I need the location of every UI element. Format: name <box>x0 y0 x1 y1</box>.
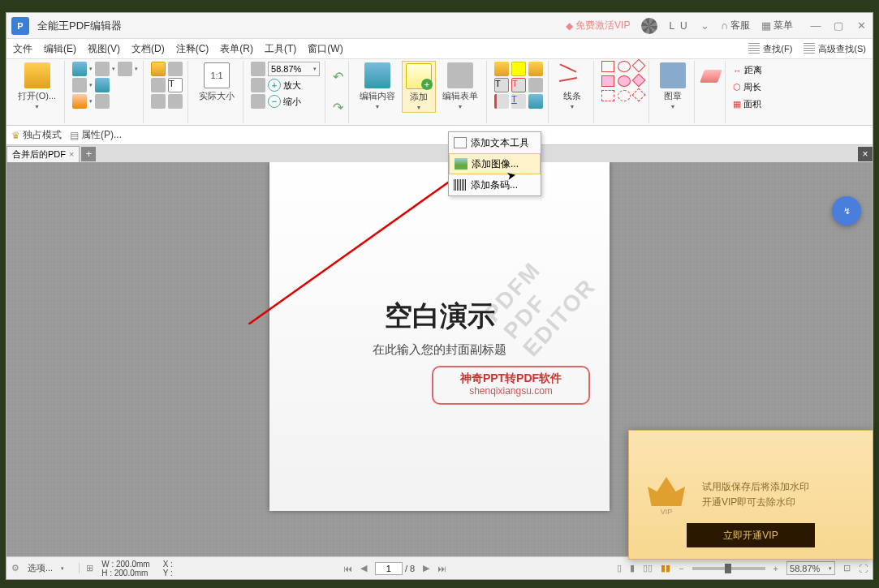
fit-h-icon[interactable] <box>251 94 265 109</box>
callout-icon[interactable] <box>494 94 509 109</box>
area-button[interactable]: ▦面积 <box>733 98 762 110</box>
menu-file[interactable]: 文件 <box>13 42 32 56</box>
find-button[interactable]: 查找(F) <box>748 43 792 55</box>
menu-form[interactable]: 表单(R) <box>220 42 253 56</box>
underline-icon[interactable]: T <box>511 94 526 109</box>
export-icon[interactable] <box>95 94 110 109</box>
menu-button[interactable]: ▦ 菜单 <box>761 19 793 32</box>
crop-icon[interactable]: ⊞ <box>79 563 93 573</box>
dd-add-image[interactable]: 添加图像... <box>449 153 541 174</box>
rect-icon[interactable] <box>601 61 614 72</box>
undo-icon[interactable] <box>118 62 132 76</box>
cloud3-icon[interactable] <box>632 88 646 102</box>
polygon-fill-icon[interactable] <box>632 74 646 88</box>
last-page-icon[interactable]: ⏭ <box>437 564 446 573</box>
next-page-icon[interactable]: ▶ <box>423 563 429 573</box>
actual-size-button[interactable]: 1:1 实际大小 <box>196 61 238 104</box>
highlight-icon[interactable] <box>511 62 526 76</box>
tab-close-icon[interactable]: × <box>69 149 74 159</box>
menu-edit[interactable]: 编辑(E) <box>44 42 76 56</box>
menu-view[interactable]: 视图(V) <box>88 42 120 56</box>
menu-doc[interactable]: 文档(D) <box>131 42 165 56</box>
fullscreen-icon[interactable]: ⛶ <box>859 564 868 573</box>
zoom-in-icon[interactable]: + <box>268 79 281 92</box>
cloud-icon[interactable] <box>601 90 614 101</box>
layout-double-icon[interactable]: ▯▯ <box>643 563 653 573</box>
oval-icon[interactable] <box>618 61 631 72</box>
stamp-button[interactable]: 图章▼ <box>657 61 689 111</box>
menu-window[interactable]: 窗口(W) <box>308 42 343 56</box>
tabs-close-button[interactable]: × <box>858 147 873 161</box>
exclusive-mode-button[interactable]: ♛ 独占模式 <box>11 128 62 142</box>
support-button[interactable]: ∩ 客服 <box>721 19 750 32</box>
first-page-icon[interactable]: ⏮ <box>343 564 352 573</box>
zoom-input[interactable]: 58.87%▾ <box>268 62 320 76</box>
page-input[interactable] <box>375 562 403 575</box>
eraser-icon[interactable] <box>700 70 722 83</box>
textbox-icon[interactable]: T <box>494 78 509 92</box>
hand-icon[interactable] <box>151 62 166 76</box>
new-icon[interactable] <box>95 62 110 76</box>
menu-note[interactable]: 注释(C) <box>176 42 209 56</box>
dd-add-barcode[interactable]: 添加条码... <box>449 174 541 195</box>
zoom-out-status-icon[interactable]: − <box>679 564 683 573</box>
rotate-left-icon[interactable]: ↶ <box>333 69 343 84</box>
edit-form-button[interactable]: 编辑表单▼ <box>439 61 481 111</box>
float-badge-button[interactable]: ↯ <box>832 196 861 225</box>
user-name[interactable]: L U <box>669 20 688 32</box>
polygon-icon[interactable] <box>632 59 646 73</box>
stamp-icon[interactable] <box>528 62 543 76</box>
sound-icon[interactable] <box>528 94 543 109</box>
close-button[interactable]: ✕ <box>855 19 868 32</box>
add-tab-button[interactable]: + <box>81 147 96 161</box>
tool-b-icon[interactable] <box>168 94 183 109</box>
avatar-icon[interactable] <box>641 18 657 34</box>
vip-upgrade-button[interactable]: 立即开通VIP <box>687 523 815 547</box>
add-button[interactable]: + 添加▼ <box>402 61 436 113</box>
mail-icon[interactable] <box>72 94 87 109</box>
tool-a-icon[interactable] <box>151 94 166 109</box>
prev-page-icon[interactable]: ◀ <box>360 563 367 573</box>
camera-icon[interactable] <box>168 62 183 76</box>
gear-icon[interactable]: ⚙ <box>11 563 19 573</box>
cloud2-icon[interactable] <box>618 90 631 101</box>
layout-single-icon[interactable]: ▯ <box>617 563 622 573</box>
tab-merged-pdf[interactable]: 合并后的PDF × <box>6 146 80 162</box>
options-button[interactable]: 选项... <box>28 562 53 574</box>
maximize-button[interactable]: ▢ <box>832 19 845 32</box>
edit-content-button[interactable]: 编辑内容▼ <box>356 61 399 111</box>
layout-book-icon[interactable]: ▮▮ <box>661 563 670 573</box>
strike-icon[interactable]: T <box>511 78 526 92</box>
pdf-page[interactable]: PDFM PDF EDITOR 空白演示 在此输入您的封面副标题 神奇PPT转P… <box>269 162 610 511</box>
print-icon[interactable] <box>72 78 87 92</box>
fit-status-icon[interactable]: ⊡ <box>843 563 851 573</box>
minimize-button[interactable]: — <box>809 19 822 32</box>
user-dropdown-icon[interactable]: ⌄ <box>700 19 709 32</box>
attach-icon[interactable] <box>528 78 543 92</box>
perimeter-button[interactable]: ⬡周长 <box>733 81 762 93</box>
zoom-thumb[interactable] <box>725 564 731 573</box>
open-button[interactable]: 打开(O)... ▼ <box>15 61 59 111</box>
adv-find-button[interactable]: 高级查找(S) <box>804 43 866 55</box>
note-icon[interactable] <box>494 62 509 76</box>
menu-tool[interactable]: 工具(T) <box>265 42 296 56</box>
vip-activate-link[interactable]: ◆ 免费激活VIP <box>566 19 630 32</box>
rect-fill-icon[interactable] <box>601 75 614 87</box>
layout-cont-icon[interactable]: ▮ <box>630 563 635 573</box>
distance-button[interactable]: ↔距离 <box>733 64 762 76</box>
save-icon[interactable] <box>72 62 87 76</box>
select-icon[interactable] <box>151 78 166 92</box>
scan-icon[interactable] <box>95 78 110 92</box>
dd-add-text[interactable]: 添加文本工具 <box>449 132 541 153</box>
zoom-out-icon[interactable]: − <box>268 95 281 108</box>
fit-icon[interactable] <box>251 62 265 76</box>
oval-fill-icon[interactable] <box>618 75 631 87</box>
text-select-icon[interactable]: T <box>168 78 183 92</box>
fit-w-icon[interactable] <box>251 78 265 92</box>
lines-button[interactable]: 线条▼ <box>556 61 588 111</box>
zoom-status-input[interactable]: 58.87%▾ <box>786 561 835 575</box>
properties-button[interactable]: ▤ 属性(P)... <box>70 128 122 142</box>
zoom-slider[interactable] <box>692 567 765 570</box>
zoom-in-status-icon[interactable]: + <box>773 564 778 573</box>
rotate-right-icon[interactable]: ↷ <box>333 100 343 115</box>
